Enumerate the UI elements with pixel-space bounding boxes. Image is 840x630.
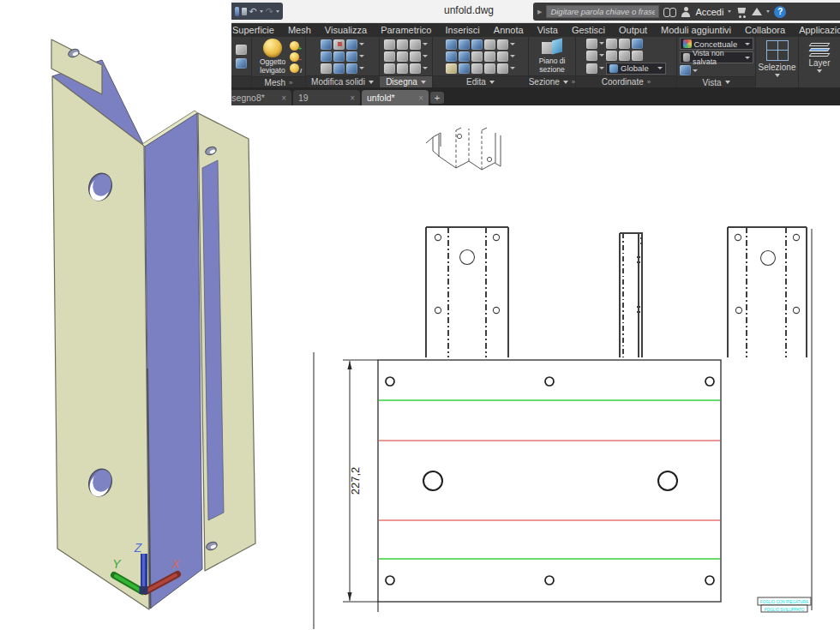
ucs-view-icon[interactable]	[619, 39, 630, 49]
fillet-edge-tool-icon[interactable]	[446, 51, 457, 62]
offset-tool-icon[interactable]	[484, 63, 495, 74]
extend-tool-icon[interactable]	[484, 51, 495, 62]
mirror-tool-icon[interactable]	[446, 39, 457, 50]
panel-expand-icon[interactable]	[725, 81, 730, 84]
close-icon[interactable]: ×	[281, 93, 286, 103]
save-icon[interactable]	[235, 7, 239, 16]
tab-mesh[interactable]: Mesh	[281, 25, 318, 35]
dropdown-icon[interactable]	[510, 67, 515, 69]
dropdown-icon[interactable]	[423, 43, 428, 45]
tab-gestisci[interactable]: Gestisci	[565, 25, 612, 35]
dropdown-icon[interactable]	[599, 67, 604, 69]
viewport-tool-icon[interactable]	[680, 65, 691, 75]
panel-edita-footer[interactable]: Edita	[433, 75, 528, 87]
tab-vista[interactable]: Vista	[531, 25, 565, 35]
dropdown-icon[interactable]	[510, 55, 515, 57]
tab-superficie[interactable]: Superficie	[231, 25, 281, 35]
line-tool-icon[interactable]	[397, 51, 408, 62]
signin-label[interactable]: Accedi	[695, 7, 723, 17]
tab-annota[interactable]: Annota	[487, 25, 531, 35]
tool-icon[interactable]	[321, 51, 332, 62]
helix-tool-icon[interactable]	[397, 39, 408, 50]
infocenter-expand-icon[interactable]: ▶	[537, 9, 542, 15]
spline-tool-icon[interactable]	[384, 51, 395, 62]
panel-sezione-footer[interactable]: Sezione »	[529, 75, 575, 87]
ucs-tool-icon[interactable]	[586, 39, 597, 49]
ellipse-tool-icon[interactable]	[410, 63, 421, 74]
ucs-origin-icon[interactable]	[632, 39, 643, 49]
autodesk-logo-icon[interactable]	[752, 8, 762, 15]
search-input[interactable]	[546, 5, 659, 18]
app-store-cart-icon[interactable]	[735, 8, 747, 16]
coordinate-dialog-launcher-icon[interactable]: »	[647, 78, 651, 86]
dropdown-icon[interactable]	[599, 42, 604, 45]
redo-icon[interactable]: ↷	[266, 3, 273, 20]
polygon-tool-icon[interactable]	[384, 63, 395, 74]
undo-icon[interactable]: ↶	[249, 3, 257, 20]
polar-array-tool-icon[interactable]	[459, 51, 470, 62]
help-icon[interactable]: ?	[774, 6, 786, 18]
polyline-tool-icon[interactable]	[384, 39, 395, 50]
dropdown-icon[interactable]	[423, 55, 428, 57]
panel-layer[interactable]: Layer	[799, 37, 840, 87]
ucs-z-axis-icon[interactable]	[619, 51, 630, 61]
tool-icon[interactable]	[333, 63, 345, 74]
mesh-dialog-launcher-icon[interactable]: »	[289, 79, 292, 87]
tool-icon[interactable]	[321, 39, 332, 50]
tab-visualizza[interactable]: Visualizza	[318, 25, 374, 35]
rectangle-tool-icon[interactable]	[397, 63, 408, 74]
array-tool-icon[interactable]	[459, 39, 470, 50]
tool-icon[interactable]	[236, 58, 247, 69]
rotate-tool-icon[interactable]	[471, 51, 483, 62]
print-icon[interactable]	[242, 8, 247, 15]
concettuale-dropdown[interactable]: Concettuale	[680, 38, 753, 50]
piano-di-sezione-button[interactable]: Piano di sezione	[537, 39, 567, 75]
scale-tool-icon[interactable]	[459, 63, 470, 74]
tab-applicazioni-disponibili[interactable]: Applicazioni disponibili	[792, 25, 840, 35]
dropdown-icon[interactable]	[423, 67, 428, 69]
tool-icon[interactable]	[333, 39, 345, 50]
ucs-3point-icon[interactable]	[632, 51, 643, 61]
mesh-refine-icon[interactable]: +	[290, 41, 299, 51]
flat-view-2-edge[interactable]	[620, 233, 643, 357]
vista-non-salvata-dropdown[interactable]: Vista non salvata	[680, 51, 753, 63]
flat-view-1[interactable]	[426, 227, 508, 357]
ucs-named-icon[interactable]	[606, 39, 617, 49]
tab-inserisci[interactable]: Inserisci	[438, 25, 486, 35]
ucs-object-icon[interactable]	[606, 51, 617, 61]
mesh-reduce-icon[interactable]: −	[290, 52, 299, 62]
exchange-dropdown-icon[interactable]	[766, 10, 770, 13]
explode-tool-icon[interactable]	[497, 63, 508, 74]
qat-customize-icon[interactable]	[276, 10, 279, 13]
file-tab-19[interactable]: 19 ×	[293, 90, 360, 105]
unfold-main-view[interactable]: 227,2	[343, 360, 721, 612]
trim-tool-icon[interactable]	[497, 39, 508, 50]
circle-tool-icon[interactable]	[410, 51, 421, 62]
dropdown-icon[interactable]	[510, 43, 515, 45]
panel-expand-icon[interactable]	[563, 81, 568, 84]
iso-unfold-preview[interactable]	[426, 128, 501, 170]
model-3d-bracket[interactable]	[51, 39, 255, 609]
panel-expand-icon[interactable]	[421, 81, 426, 84]
panel-coordinate-footer[interactable]: Coordinate »	[576, 75, 676, 87]
fillet-tool-icon[interactable]	[497, 51, 508, 62]
panel-vista-footer[interactable]: Vista	[677, 76, 755, 87]
tool-icon[interactable]	[321, 63, 332, 74]
signin-avatar-icon[interactable]	[681, 7, 691, 17]
oggetto-levigato-button[interactable]: Oggetto levigato	[258, 38, 287, 75]
new-tab-button[interactable]: +	[430, 92, 444, 104]
panel-mesh-footer[interactable]: Mesh »	[252, 76, 305, 87]
close-icon[interactable]: ×	[350, 93, 355, 103]
tab-collabora[interactable]: Collabora	[738, 25, 792, 35]
dropdown-icon[interactable]	[359, 55, 364, 57]
panel-expand-icon[interactable]	[489, 81, 495, 84]
stretch-tool-icon[interactable]	[471, 63, 483, 74]
panel-selezione[interactable]: Selezione	[756, 37, 799, 87]
move-tool-icon[interactable]	[471, 39, 483, 50]
panel-expand-icon[interactable]	[775, 74, 780, 77]
ucs-previous-icon[interactable]	[586, 51, 597, 61]
undo-dropdown-icon[interactable]	[260, 10, 263, 13]
dropdown-icon[interactable]	[359, 67, 364, 69]
tool-icon[interactable]	[333, 51, 345, 62]
file-tab-unfold[interactable]: unfold* ×	[362, 90, 429, 105]
